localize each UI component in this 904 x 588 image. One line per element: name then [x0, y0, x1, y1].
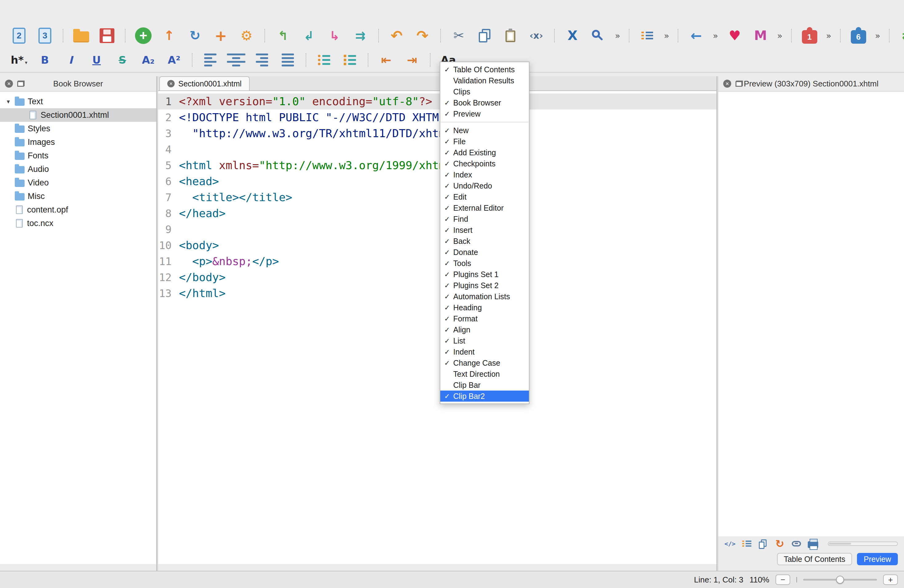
code-line-2[interactable]: 2<!DOCTYPE html PUBLIC "-//W3C//DTD XHTM… — [158, 109, 716, 125]
reload-icon[interactable]: ↻ — [774, 538, 785, 549]
tree-item-misc[interactable]: Misc — [0, 190, 156, 203]
menu-item-heading[interactable]: ✓Heading — [440, 302, 529, 313]
subscript-button[interactable]: A₂ — [139, 51, 157, 69]
preview-dock-tab-preview[interactable]: Preview — [857, 553, 898, 565]
toolbar-overflow-button[interactable]: » — [875, 31, 880, 41]
close-icon[interactable]: × — [723, 80, 731, 88]
menu-item-indent[interactable]: ✓Indent — [440, 346, 529, 357]
copy-button[interactable] — [476, 27, 494, 45]
menu-item-validation-results[interactable]: Validation Results — [440, 75, 529, 86]
insert-split-marker-button[interactable]: ↲ — [299, 27, 318, 45]
menu-item-insert[interactable]: ✓Insert — [440, 224, 529, 236]
find-replace-button[interactable] — [589, 27, 608, 45]
zoom-slider-handle[interactable] — [836, 576, 844, 584]
menu-item-checkpoints[interactable]: ✓Checkpoints — [440, 158, 529, 169]
tree-item-toc-ncx[interactable]: toc.ncx — [0, 217, 156, 230]
code-line-1[interactable]: 1<?xml version="1.0" encoding="utf-8"?> — [158, 93, 716, 109]
code-editor[interactable]: 1<?xml version="1.0" encoding="utf-8"?>2… — [158, 91, 716, 564]
menu-item-new[interactable]: ✓New — [440, 125, 529, 136]
toolbar-overflow-button[interactable]: » — [664, 31, 669, 41]
menu-item-plugins-set-1[interactable]: ✓Plugins Set 1 — [440, 269, 529, 280]
spellcheck-button[interactable]: X — [563, 27, 582, 45]
align-justify-button[interactable] — [278, 51, 297, 69]
zoom-out-button[interactable]: − — [776, 574, 790, 585]
code-line-8[interactable]: 8</head> — [158, 205, 716, 221]
strikethrough-button[interactable]: S — [113, 51, 131, 69]
list-icon[interactable] — [741, 538, 752, 549]
menu-item-index[interactable]: ✓Index — [440, 169, 529, 180]
menu-item-find[interactable]: ✓Find — [440, 213, 529, 224]
back-button[interactable]: ← — [687, 27, 705, 45]
open-button[interactable] — [72, 27, 90, 45]
plugin-m-button[interactable]: M — [751, 27, 770, 45]
code-view-button[interactable]: ‹x› — [527, 27, 545, 45]
print-icon[interactable] — [808, 538, 819, 549]
code-line-10[interactable]: 10<body> — [158, 237, 716, 253]
menu-item-list[interactable]: ✓List — [440, 335, 529, 346]
disclosure-expanded-icon[interactable]: ▾ — [5, 98, 12, 105]
reload-button[interactable]: ↻ — [186, 27, 204, 45]
upgrade-epub-button[interactable]: ↑ — [160, 27, 179, 45]
code-line-6[interactable]: 6<head> — [158, 174, 716, 190]
italic-button[interactable]: I — [62, 51, 80, 69]
menu-item-format[interactable]: ✓Format — [440, 313, 529, 324]
donate-button[interactable]: ♥ — [725, 27, 744, 45]
toc-button[interactable] — [638, 27, 656, 45]
superscript-button[interactable]: A² — [165, 51, 183, 69]
code-line-13[interactable]: 13</html> — [158, 285, 716, 301]
tree-item-content-opf[interactable]: content.opf — [0, 203, 156, 217]
link-icon[interactable] — [791, 538, 802, 549]
automation-plugin-button[interactable]: ⇄ — [898, 27, 904, 45]
zoom-in-button[interactable]: + — [883, 574, 898, 585]
code-line-12[interactable]: 12</body> — [158, 269, 716, 285]
menu-item-text-direction[interactable]: Text Direction — [440, 368, 529, 379]
menu-item-change-case[interactable]: ✓Change Case — [440, 357, 529, 368]
bullet-list-button[interactable] — [315, 51, 333, 69]
align-left-button[interactable] — [201, 51, 220, 69]
add-checkpoint-button[interactable]: + — [212, 27, 230, 45]
tree-item-styles[interactable]: Styles — [0, 122, 156, 135]
cut-button[interactable]: ✂ — [450, 27, 468, 45]
code-line-9[interactable]: 9 — [158, 221, 716, 237]
paste-button[interactable] — [501, 27, 520, 45]
preview-horizontal-scrollbar[interactable] — [828, 542, 898, 546]
code-line-7[interactable]: 7 <title></title> — [158, 190, 716, 205]
menu-item-plugins-set-2[interactable]: ✓Plugins Set 2 — [440, 280, 529, 291]
menu-item-external-editor[interactable]: ✓External Editor — [440, 202, 529, 213]
menu-item-book-browser[interactable]: ✓Book Browser — [440, 97, 529, 108]
plugins-set2-button[interactable]: 6 — [849, 27, 868, 45]
menu-item-align[interactable]: ✓Align — [440, 324, 529, 335]
close-icon[interactable]: × — [5, 80, 13, 88]
menu-item-tools[interactable]: ✓Tools — [440, 258, 529, 269]
copy-icon[interactable] — [758, 538, 769, 549]
tree-item-section0001-xhtml[interactable]: Section0001.xhtml — [0, 108, 156, 122]
split-at-markers-button[interactable]: ⇉ — [351, 27, 370, 45]
outdent-button[interactable]: ⇤ — [377, 51, 395, 69]
menu-item-back[interactable]: ✓Back — [440, 236, 529, 247]
float-panel-icon[interactable] — [735, 81, 743, 87]
tab-close-icon[interactable]: × — [167, 80, 175, 87]
redo-button[interactable]: ↷ — [413, 27, 432, 45]
menu-item-table-of-contents[interactable]: ✓Table Of Contents — [440, 64, 529, 75]
numbered-list-button[interactable] — [341, 51, 359, 69]
heading-style-button[interactable]: h*▾ — [10, 51, 28, 69]
preview-dock-tab-table-of-contents[interactable]: Table Of Contents — [777, 553, 852, 565]
menu-item-clip-bar2[interactable]: ✓Clip Bar2 — [440, 390, 529, 401]
indent-button[interactable]: ⇥ — [403, 51, 421, 69]
menu-item-donate[interactable]: ✓Donate — [440, 247, 529, 258]
zoom-slider[interactable] — [803, 579, 877, 581]
split-at-cursor-button[interactable]: ↰ — [273, 27, 292, 45]
tab-section0001[interactable]: × Section0001.xhtml — [159, 76, 250, 90]
add-existing-button[interactable]: + — [134, 27, 153, 45]
align-center-button[interactable] — [227, 51, 245, 69]
new-epub3-button[interactable]: 3 — [36, 27, 54, 45]
float-panel-icon[interactable] — [17, 81, 25, 87]
tree-item-fonts[interactable]: Fonts — [0, 149, 156, 162]
tree-item-audio[interactable]: Audio — [0, 162, 156, 176]
menu-item-automation-lists[interactable]: ✓Automation Lists — [440, 291, 529, 302]
menu-item-preview[interactable]: ✓Preview — [440, 108, 529, 119]
code-line-5[interactable]: 5<html xmlns="http://www.w3.org/1999/xht… — [158, 158, 716, 174]
code-view-icon[interactable]: </> — [724, 538, 735, 549]
tree-item-video[interactable]: Video — [0, 176, 156, 190]
code-line-3[interactable]: 3 "http://www.w3.org/TR/xhtml11/DTD/xhtm… — [158, 125, 716, 141]
